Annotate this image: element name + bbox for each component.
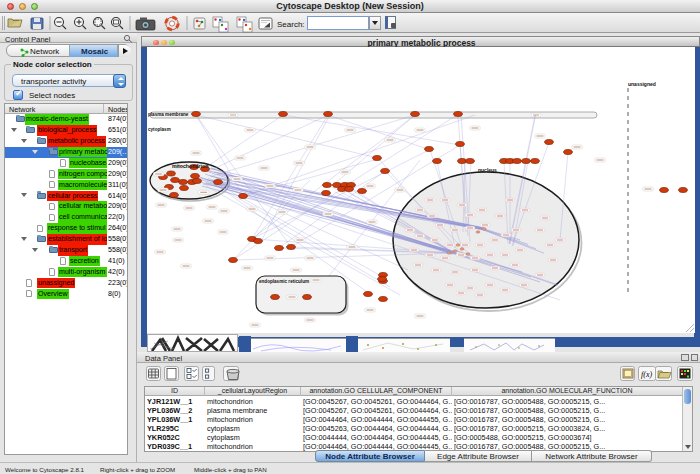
svg-text:endoplasmic reticulum: endoplasmic reticulum [259,279,309,284]
svg-text:plasma membrane: plasma membrane [148,112,189,117]
svg-text:f(x): f(x) [641,370,652,379]
svg-text:mitochondrion: mitochondrion [172,163,208,169]
svg-text:Search:: Search: [277,20,305,29]
svg-text:unassigned: unassigned [628,81,656,87]
svg-text:nucleus: nucleus [478,167,497,173]
svg-text:cytoplasm: cytoplasm [148,127,171,132]
